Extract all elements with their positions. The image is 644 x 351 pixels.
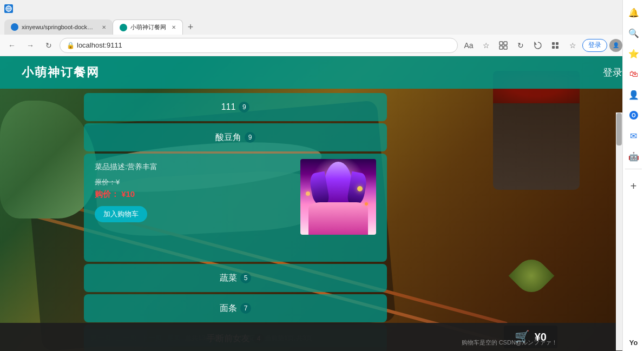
scrollbar-thumb[interactable] — [616, 113, 622, 145]
sidebar-yo-text: Yo — [629, 339, 638, 347]
category-panel: 111 9 酸豆角 9 菜品描述:营养丰富 原价：¥ 购价： ¥10 加入购物车 — [84, 89, 387, 351]
new-tab-button[interactable]: + — [183, 19, 198, 35]
category-noodles-label: 面条 — [220, 303, 237, 314]
svg-rect-7 — [504, 46, 507, 49]
tab-github-close[interactable]: ✕ — [102, 24, 106, 30]
main-content: 小萌神订餐网 登录 111 9 酸豆角 9 菜品描述:营养丰富 原价：¥ 购价：… — [0, 56, 644, 351]
sidebar-separator — [625, 169, 642, 169]
sidebar-person-icon[interactable]: 👤 — [626, 87, 642, 103]
category-vegetables-label: 蔬菜 — [220, 273, 237, 284]
sidebar-star-icon[interactable]: ⭐ — [626, 45, 642, 62]
sidebar-bag-icon[interactable]: 🛍 — [626, 66, 642, 82]
sale-price-label: 购价： — [95, 189, 119, 198]
watermark-text: 购物车是空的 CSDN@ルンファァ！ — [462, 339, 557, 347]
favorites-icon[interactable]: ☆ — [478, 38, 494, 53]
cart-bar: 🛒 ¥0 — [0, 323, 644, 351]
site-title: 小萌神订餐网 — [22, 64, 100, 81]
sidebar-search-icon[interactable]: 🔍 — [626, 25, 642, 41]
forward-button[interactable]: → — [23, 38, 38, 53]
tab-restaurant-label: 小萌神订餐网 — [130, 23, 166, 31]
category-noodles-count: 7 — [240, 303, 251, 314]
favorites2-icon[interactable]: ☆ — [565, 38, 580, 53]
address-text: localhost:9111 — [77, 41, 122, 49]
category-111-count: 9 — [239, 102, 249, 112]
svg-rect-9 — [556, 42, 558, 45]
category-vegetables-count: 5 — [240, 273, 251, 283]
anime-image — [300, 159, 376, 235]
expanded-category-item: 菜品描述:营养丰富 原价：¥ 购价： ¥10 加入购物车 — [84, 154, 387, 262]
svg-rect-5 — [504, 42, 507, 45]
svg-text:O: O — [632, 112, 636, 118]
tab-restaurant-icon — [120, 24, 127, 31]
back-button[interactable]: ← — [4, 38, 19, 53]
page-header: 小萌神订餐网 登录 — [0, 56, 644, 89]
tab-restaurant-close[interactable]: ✕ — [172, 24, 176, 30]
tab-github-label: xinyewu/springboot-docker-... — [22, 24, 96, 30]
avatar[interactable]: 👤 — [609, 39, 622, 52]
refresh2-icon[interactable]: ↻ — [513, 38, 528, 53]
chrome-login-button[interactable]: 登录 — [582, 39, 607, 52]
svg-rect-10 — [552, 46, 555, 49]
svg-rect-6 — [500, 46, 503, 49]
svg-rect-11 — [556, 46, 558, 49]
svg-rect-4 — [500, 42, 503, 45]
sidebar-mail-icon[interactable]: ✉ — [626, 128, 642, 144]
sidebar-circle-icon[interactable]: O — [626, 107, 642, 123]
tab-bar: xinyewu/springboot-docker-... ✕ 小萌神订餐网 ✕… — [0, 17, 644, 35]
category-acid-beans-label: 酸豆角 — [215, 132, 241, 143]
toolbar-icons: Aa ☆ ↻ ☆ 登录 👤 ⋯ — [461, 38, 640, 53]
refresh-button[interactable]: ↻ — [41, 38, 56, 53]
svg-rect-8 — [552, 42, 555, 45]
address-bar: ← → ↻ 🔒 localhost:9111 Aa ☆ ↻ ☆ 登录 👤 — [0, 35, 644, 56]
login-link[interactable]: 登录 — [603, 66, 622, 79]
title-bar — [0, 0, 644, 17]
category-111[interactable]: 111 9 — [84, 93, 387, 121]
browser-icon — [4, 4, 13, 13]
collections-icon[interactable] — [496, 38, 511, 53]
browser-sidebar: 🔔 🔍 ⭐ 🛍 👤 O ✉ 🤖 + Yo — [622, 0, 644, 351]
avatar-initials: 👤 — [613, 42, 619, 48]
category-acid-beans[interactable]: 酸豆角 9 — [84, 123, 387, 151]
tab-restaurant[interactable]: 小萌神订餐网 ✕ — [113, 19, 183, 35]
sidebar-add-icon[interactable]: + — [626, 178, 642, 194]
sidebar-bell-icon[interactable]: 🔔 — [626, 4, 642, 21]
sale-price-value: ¥10 — [121, 189, 135, 198]
category-acid-beans-count: 9 — [245, 132, 255, 143]
sidebar-smart-icon[interactable]: 🤖 — [626, 148, 642, 164]
category-vegetables[interactable]: 蔬菜 5 — [84, 264, 387, 292]
address-input[interactable]: 🔒 localhost:9111 — [60, 38, 458, 53]
add-to-cart-button[interactable]: 加入购物车 — [95, 206, 147, 222]
scrollbar[interactable] — [616, 112, 622, 350]
category-111-label: 111 — [221, 102, 236, 112]
sync-icon[interactable] — [530, 38, 546, 53]
extensions-icon[interactable] — [548, 38, 563, 53]
tab-github-icon — [11, 23, 18, 31]
tab-github[interactable]: xinyewu/springboot-docker-... ✕ — [4, 19, 113, 35]
category-noodles[interactable]: 面条 7 — [84, 294, 387, 322]
read-icon[interactable]: Aa — [461, 38, 476, 53]
